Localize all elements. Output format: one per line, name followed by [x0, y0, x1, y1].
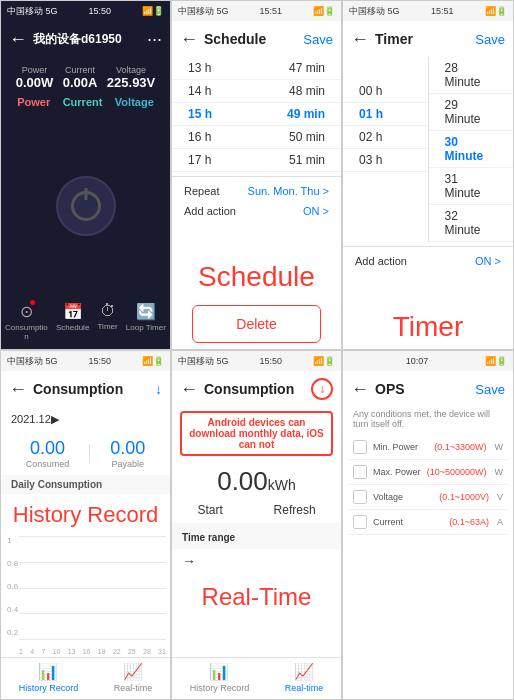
timer-min-4: 32 Minute [429, 205, 514, 242]
timer-save-button[interactable]: Save [475, 32, 505, 47]
back-button[interactable]: ← [9, 29, 27, 50]
y-04: 0.4 [7, 605, 18, 614]
ops-row-label-1: Max. Power [373, 467, 421, 477]
current-value: 0.00A [63, 75, 98, 90]
cons-right-nav-realtime[interactable]: 📈 Real-time [285, 662, 324, 693]
bottom-nav-schedule[interactable]: 📅 Schedule [56, 302, 89, 341]
power-button[interactable] [56, 176, 116, 236]
payable-label: Payable [110, 459, 145, 469]
device-title: 我的设备d61950 [33, 31, 147, 48]
cons-right-back-button[interactable]: ← [180, 379, 198, 400]
more-button[interactable]: ··· [147, 29, 162, 50]
refresh-button[interactable]: Refresh [274, 503, 316, 517]
time-range-arrow[interactable]: → [172, 549, 341, 573]
status-left-cons: 中国移动 5G [7, 355, 58, 368]
timer-min-1: 29 Minute [429, 94, 514, 131]
status-right-ops: 📶🔋 [485, 356, 507, 366]
timer-back-button[interactable]: ← [351, 29, 369, 50]
bottom-nav-consumption[interactable]: ⊙ Consumption [5, 302, 48, 341]
power-label: Power [16, 65, 54, 75]
ops-checkbox-0[interactable] [353, 440, 367, 454]
bottom-nav-loop-timer[interactable]: 🔄 Loop Timer [126, 302, 166, 341]
consumption-icon: ⊙ [20, 303, 33, 320]
device-center [1, 116, 170, 296]
x-7: 7 [41, 648, 45, 655]
status-left-cons-r: 中国移动 5G [178, 355, 229, 368]
repeat-days[interactable]: Sun. Mon. Thu > [248, 185, 329, 197]
schedule-min-2: 49 min [287, 107, 325, 121]
status-left-timer: 中国移动 5G [349, 5, 400, 18]
schedule-hour-3: 16 h [188, 130, 211, 144]
schedule-big-title: Schedule [172, 251, 341, 299]
kwh-value: 0.00 [217, 466, 268, 496]
ops-row-label-2: Voltage [373, 492, 433, 502]
repeat-label: Repeat [184, 185, 219, 197]
colored-labels: Power Current Voltage [1, 94, 170, 116]
cons-left-bottom-nav: 📊 History Record 📈 Real-time [1, 657, 170, 699]
time-range-label: Time range [182, 532, 235, 543]
status-time-cons-r: 15:50 [259, 356, 282, 366]
status-right-cons-r: 📶🔋 [313, 356, 335, 366]
consumed-label: Consumed [26, 459, 70, 469]
schedule-delete-button[interactable]: Delete [192, 305, 321, 343]
ops-row-range-1: (10~500000W) [427, 467, 487, 477]
consumption-icon-wrap: ⊙ [20, 302, 33, 321]
cons-right-arrow-button[interactable]: ↓ [311, 378, 333, 400]
add-action-label: Add action [184, 205, 236, 217]
ops-row-3: Current (0.1~63A) A [349, 510, 507, 535]
status-right: 📶🔋 [142, 6, 164, 16]
bottom-nav-timer[interactable]: ⏱ Timer [98, 302, 118, 341]
start-refresh-row: Start Refresh [172, 499, 341, 523]
cons-date-value: 2021.12▶ [11, 413, 59, 426]
x-16: 16 [83, 648, 91, 655]
ops-row-1: Max. Power (10~500000W) W [349, 460, 507, 485]
schedule-icon: 📅 [63, 302, 83, 321]
start-button[interactable]: Start [197, 503, 222, 517]
on-badge[interactable]: ON > [303, 205, 329, 217]
ops-save-button[interactable]: Save [475, 382, 505, 397]
kwh-unit: kWh [268, 477, 296, 493]
status-bar-cons-right: 中国移动 5G 15:50 📶🔋 [172, 351, 341, 371]
realtime-icon-r: 📈 [294, 662, 314, 681]
power-icon [71, 191, 101, 221]
ops-row-0: Min. Power (0.1~3300W) W [349, 435, 507, 460]
schedule-min-1: 48 min [289, 84, 325, 98]
hline-1 [19, 536, 166, 537]
ops-title: OPS [375, 381, 475, 397]
schedule-save-button[interactable]: Save [303, 32, 333, 47]
status-bar-ops: 10:07 📶🔋 [343, 351, 513, 371]
schedule-back-button[interactable]: ← [180, 29, 198, 50]
timer-add-action-row: Add action ON > [343, 251, 513, 271]
ops-checkbox-2[interactable] [353, 490, 367, 504]
nav-bar-cons-right: ← Consumption ↓ [172, 371, 341, 407]
schedule-row-3: 16 h 50 min [172, 126, 341, 149]
power-value: 0.00W [16, 75, 54, 90]
cons-right-spacer [172, 617, 341, 657]
ops-checkbox-3[interactable] [353, 515, 367, 529]
cons-download-button[interactable]: ↓ [155, 381, 162, 397]
cons-nav-history-record[interactable]: 📊 History Record [19, 662, 79, 693]
ops-back-button[interactable]: ← [351, 379, 369, 400]
history-record-icon: 📊 [38, 662, 58, 681]
cons-nav-realtime[interactable]: 📈 Real-time [114, 662, 153, 693]
hline-5 [19, 639, 166, 640]
android-notice: Android devices can download monthly dat… [180, 411, 333, 456]
timer-on-badge[interactable]: ON > [475, 255, 501, 267]
voltage-label: Voltage [107, 65, 155, 75]
consumed-item: 0.00 Consumed [26, 438, 70, 469]
x-4: 4 [30, 648, 34, 655]
ops-row-unit-2: V [497, 492, 503, 502]
kwh-display: 0.00kWh [172, 460, 341, 499]
cell-schedule: 中国移动 5G 15:51 📶🔋 ← Schedule Save 13 h 47… [171, 0, 342, 350]
status-left-schedule: 中国移动 5G [178, 5, 229, 18]
timer-hour-0: 00 h [343, 80, 428, 103]
y-02: 0.2 [7, 628, 18, 637]
nav-bar-schedule: ← Schedule Save [172, 21, 341, 57]
cons-values-divider [89, 444, 90, 463]
voltage-colored-label: Voltage [115, 96, 154, 108]
cons-right-nav-history[interactable]: 📊 History Record [190, 662, 250, 693]
ops-checkbox-1[interactable] [353, 465, 367, 479]
chart-lines [19, 536, 166, 639]
cons-left-back-button[interactable]: ← [9, 379, 27, 400]
x-28: 28 [143, 648, 151, 655]
